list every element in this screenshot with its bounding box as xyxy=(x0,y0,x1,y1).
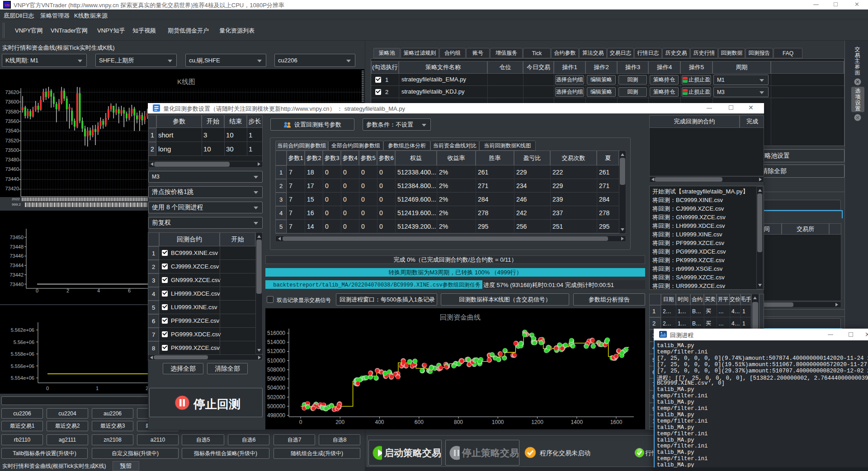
svg-text:600: 600 xyxy=(415,419,424,425)
svg-text:800: 800 xyxy=(454,419,463,425)
svg-text:508000: 508000 xyxy=(267,367,285,373)
svg-text:0: 0 xyxy=(299,419,302,425)
svg-text:1400: 1400 xyxy=(571,419,583,425)
svg-text:1200: 1200 xyxy=(531,419,543,425)
svg-text:1000: 1000 xyxy=(492,419,504,425)
svg-text:500000: 500000 xyxy=(267,403,285,410)
svg-text:516000: 516000 xyxy=(267,330,285,336)
svg-text:510000: 510000 xyxy=(267,358,285,364)
svg-text:1600: 1600 xyxy=(610,419,623,425)
svg-text:VN: VN xyxy=(5,3,9,7)
svg-text:512000: 512000 xyxy=(267,348,285,354)
svg-text:502000: 502000 xyxy=(267,394,285,400)
svg-text:504000: 504000 xyxy=(267,385,285,391)
svg-text:200: 200 xyxy=(335,419,344,425)
svg-text:400: 400 xyxy=(375,419,384,425)
svg-text:498000: 498000 xyxy=(267,412,285,419)
svg-text:514000: 514000 xyxy=(267,339,285,345)
svg-text:506000: 506000 xyxy=(267,376,285,382)
